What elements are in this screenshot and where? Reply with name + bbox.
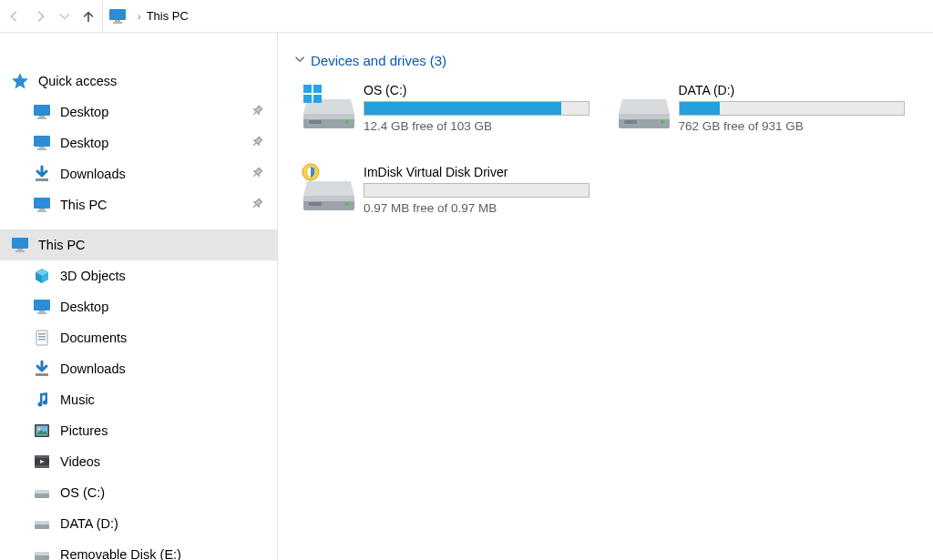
drive-title: DATA (D:) [679, 83, 912, 97]
drive-free-text: 12.4 GB free of 103 GB [364, 119, 597, 133]
group-count: (3) [430, 53, 446, 68]
sidebar-item-label: Downloads [60, 361, 126, 376]
drive-icon [33, 545, 51, 560]
sidebar-item-downloads[interactable]: Downloads [0, 353, 277, 384]
sidebar-item-label: This PC [60, 198, 108, 212]
monitor-icon [33, 134, 51, 152]
forward-button[interactable] [31, 6, 51, 26]
pin-icon [246, 164, 266, 184]
sidebar-item-videos[interactable]: Videos [0, 446, 277, 477]
chevron-right-icon: › [138, 11, 141, 22]
drive-free-text: 762 GB free of 931 GB [679, 119, 912, 133]
up-button[interactable] [78, 6, 98, 26]
sidebar-item-label: Downloads [60, 167, 126, 181]
sidebar-item-os-c-[interactable]: OS (C:) [0, 477, 277, 508]
videos-icon [33, 453, 51, 471]
sidebar-item-label: OS (C:) [60, 485, 105, 500]
shield-icon [302, 163, 320, 185]
sidebar-item-label: Documents [60, 331, 127, 345]
group-header-devices[interactable]: Devices and drives (3) [294, 53, 924, 68]
sidebar-item-label: Pictures [60, 423, 108, 438]
drive-usage-bar [364, 101, 590, 116]
drive-data-d-[interactable]: DATA (D:) 762 GB free of 931 GB [610, 77, 925, 159]
sidebar-item-label: Quick access [38, 74, 117, 88]
group-title: Devices and drives [311, 53, 426, 68]
sidebar-item-label: Desktop [60, 300, 108, 314]
music-icon [33, 391, 51, 409]
sidebar-item-desktop[interactable]: Desktop [0, 97, 277, 127]
monitor-icon [33, 103, 51, 121]
address-bar: › This PC [0, 0, 933, 33]
windows-icon [303, 85, 322, 107]
recent-locations-button[interactable] [58, 6, 71, 26]
navigation-pane: Quick access Desktop Desktop Downloads T… [0, 33, 278, 560]
drive-icon [615, 87, 673, 134]
drive-free-text: 0.97 MB free of 0.97 MB [364, 201, 597, 215]
sidebar-item-music[interactable]: Music [0, 384, 277, 415]
sidebar-item-this-pc[interactable]: This PC [0, 189, 277, 220]
sidebar-item-label: This PC [38, 238, 86, 252]
download-icon [33, 165, 51, 183]
drive-title: ImDisk Virtual Disk Driver [364, 165, 597, 179]
monitor-icon [33, 298, 51, 316]
drive-os-c-[interactable]: OS (C:) 12.4 GB free of 103 GB [294, 77, 610, 159]
sidebar-item-label: Removable Disk (E:) [60, 547, 181, 560]
sidebar-item-this-pc[interactable]: This PC [0, 229, 277, 260]
sidebar-item-desktop[interactable]: Desktop [0, 291, 277, 322]
sidebar-item-label: Videos [60, 454, 100, 469]
breadcrumb[interactable]: › This PC [102, 0, 928, 32]
drive-title: OS (C:) [364, 83, 597, 97]
pin-icon [246, 195, 266, 215]
back-button[interactable] [4, 6, 24, 26]
drive-icon [300, 87, 358, 134]
sidebar-item-quick-access[interactable]: Quick access [0, 66, 277, 97]
drive-imdisk-virtual-disk-driver[interactable]: ImDisk Virtual Disk Driver 0.97 MB free … [294, 159, 610, 241]
sidebar-item-desktop[interactable]: Desktop [0, 127, 277, 158]
sidebar-item-removable-disk-e-[interactable]: Removable Disk (E:) [0, 539, 277, 560]
drives-list: OS (C:) 12.4 GB free of 103 GB DATA (D:)… [294, 77, 924, 241]
download-icon [33, 360, 51, 378]
pin-icon [246, 102, 266, 122]
breadcrumb-label: This PC [147, 9, 189, 23]
sidebar-item-pictures[interactable]: Pictures [0, 415, 277, 446]
drive-icon [300, 168, 358, 216]
sidebar-item-label: Desktop [60, 105, 108, 119]
monitor-icon [11, 236, 29, 254]
sidebar-item-label: 3D Objects [60, 269, 126, 283]
drive-icon [33, 514, 51, 533]
sidebar-item-downloads[interactable]: Downloads [0, 158, 277, 189]
this-pc-icon [108, 7, 127, 25]
three-d-icon [33, 267, 51, 285]
sidebar-item-label: Desktop [60, 136, 108, 150]
drive-usage-bar [679, 101, 905, 116]
sidebar-item-label: DATA (D:) [60, 516, 118, 531]
drive-usage-bar [364, 183, 590, 198]
document-icon [33, 329, 51, 347]
pin-icon [246, 133, 266, 153]
chevron-down-icon [294, 54, 305, 67]
sidebar-item-label: Music [60, 392, 95, 407]
monitor-icon [33, 196, 51, 214]
star-icon [11, 72, 29, 90]
drive-icon [33, 484, 51, 502]
sidebar-item-data-d-[interactable]: DATA (D:) [0, 508, 277, 539]
sidebar-item-3d-objects[interactable]: 3D Objects [0, 260, 277, 291]
pictures-icon [33, 422, 51, 440]
sidebar-item-documents[interactable]: Documents [0, 322, 277, 353]
content-pane: Devices and drives (3) OS (C:) 12.4 GB f… [278, 33, 933, 560]
